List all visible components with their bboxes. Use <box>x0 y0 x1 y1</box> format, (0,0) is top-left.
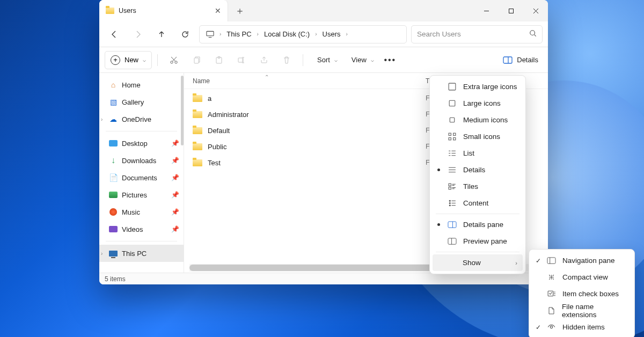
pc-icon[interactable] <box>203 28 217 40</box>
sidebar-item-pictures[interactable]: Pictures📌 <box>99 186 184 203</box>
svg-rect-17 <box>449 100 455 106</box>
menu-medium-icons[interactable]: Medium icons <box>433 112 523 128</box>
delete-button[interactable] <box>276 51 297 69</box>
folder-icon <box>193 143 202 150</box>
music-icon <box>109 208 118 216</box>
show-submenu: ✓Navigation pane Compact view Item check… <box>529 249 635 337</box>
address-bar[interactable]: › This PC › Local Disk (C:) › Users › <box>199 25 407 43</box>
column-name[interactable]: Name <box>189 77 334 85</box>
nav-pane-icon <box>547 257 556 264</box>
pin-icon: 📌 <box>171 140 179 147</box>
svg-rect-4 <box>207 31 214 35</box>
share-button[interactable] <box>253 51 275 69</box>
crumb-local-disk[interactable]: Local Disk (C:) <box>261 28 313 40</box>
view-button[interactable]: View ⌵ <box>343 51 378 69</box>
sort-button[interactable]: Sort ⌵ <box>309 51 342 69</box>
svg-rect-20 <box>453 133 456 135</box>
pin-icon: 📌 <box>171 174 179 181</box>
svg-rect-30 <box>448 238 456 244</box>
menu-navigation-pane[interactable]: ✓Navigation pane <box>532 252 632 269</box>
new-label: New <box>125 56 138 64</box>
status-count: 5 items <box>105 275 126 283</box>
menu-compact-view[interactable]: Compact view <box>532 269 632 285</box>
tab-title: Users <box>119 7 136 14</box>
maximize-button[interactable] <box>499 0 523 21</box>
svg-rect-19 <box>449 133 451 135</box>
copy-button[interactable] <box>186 51 207 69</box>
search-placeholder: Search Users <box>417 30 461 38</box>
tiles-icon <box>448 182 457 191</box>
sidebar-item-downloads[interactable]: ↓Downloads📌 <box>99 152 184 169</box>
sidebar-item-music[interactable]: Music📌 <box>99 203 184 221</box>
sidebar-item-this-pc[interactable]: ›This PC <box>99 245 184 262</box>
menu-list[interactable]: List <box>433 145 523 162</box>
sidebar-item-home[interactable]: ⌂Home <box>99 76 184 93</box>
sidebar-item-documents[interactable]: 📄Documents📌 <box>99 169 184 186</box>
svg-rect-22 <box>453 138 456 140</box>
close-window-button[interactable] <box>523 0 548 21</box>
menu-details[interactable]: Details <box>433 162 523 178</box>
sort-indicator-icon: ⌃ <box>265 74 269 80</box>
chevron-down-icon: ⌵ <box>371 57 374 63</box>
svg-rect-24 <box>449 187 451 189</box>
new-button[interactable]: + New ⌵ <box>105 51 152 69</box>
sm-icons-icon <box>448 132 457 141</box>
sidebar-item-onedrive[interactable]: ›☁OneDrive <box>99 111 184 128</box>
sidebar-item-gallery[interactable]: ▧Gallery <box>99 93 184 111</box>
rename-button[interactable] <box>231 51 252 69</box>
sidebar-item-desktop[interactable]: Desktop📌 <box>99 135 184 152</box>
cut-button[interactable] <box>163 51 185 69</box>
desktop-icon <box>109 139 118 148</box>
svg-rect-14 <box>503 57 512 63</box>
xl-icons-icon <box>448 82 457 91</box>
forward-button[interactable] <box>128 25 148 44</box>
menu-small-icons[interactable]: Small icons <box>433 128 523 145</box>
search-input[interactable]: Search Users <box>411 25 543 43</box>
sidebar-item-videos[interactable]: Videos📌 <box>99 221 184 238</box>
menu-large-icons[interactable]: Large icons <box>433 95 523 112</box>
cloud-icon: ☁ <box>109 115 118 123</box>
menu-hidden-items[interactable]: ✓Hidden items <box>532 319 632 335</box>
view-label: View <box>352 56 367 64</box>
menu-preview-pane[interactable]: Preview pane <box>433 233 523 250</box>
tab-users[interactable]: Users ✕ <box>99 0 228 21</box>
svg-point-25 <box>449 200 451 202</box>
expand-icon[interactable]: › <box>101 251 103 257</box>
menu-details-pane[interactable]: Details pane <box>433 216 523 233</box>
menu-content[interactable]: Content <box>433 195 523 211</box>
menu-extra-large-icons[interactable]: Extra large icons <box>433 78 523 95</box>
compact-icon <box>547 273 556 282</box>
selected-bullet-icon <box>437 223 440 226</box>
svg-rect-18 <box>450 118 455 122</box>
up-button[interactable] <box>152 25 171 44</box>
refresh-button[interactable] <box>175 25 195 44</box>
paste-button[interactable] <box>208 51 230 69</box>
chevron-down-icon: ⌵ <box>143 57 146 63</box>
svg-rect-28 <box>448 222 456 228</box>
crumb-this-pc[interactable]: This PC <box>223 28 254 40</box>
minimize-button[interactable] <box>474 0 499 21</box>
menu-file-extensions[interactable]: File name extensions <box>532 302 632 319</box>
crumb-users[interactable]: Users <box>319 28 344 40</box>
more-button[interactable]: ••• <box>379 51 401 69</box>
preview-pane-icon <box>448 238 457 245</box>
close-tab-button[interactable]: ✕ <box>215 6 221 15</box>
details-icon <box>448 165 457 174</box>
new-tab-button[interactable]: ＋ <box>228 0 252 21</box>
folder-icon <box>193 95 202 102</box>
pin-icon: 📌 <box>171 225 179 233</box>
content-icon <box>448 199 457 208</box>
pc-icon <box>109 249 118 258</box>
details-toggle[interactable]: Details <box>499 51 543 69</box>
menu-item-checkboxes[interactable]: Item check boxes <box>532 285 632 302</box>
home-icon: ⌂ <box>109 80 118 89</box>
back-button[interactable] <box>105 25 124 44</box>
svg-point-35 <box>550 326 552 328</box>
lg-icons-icon <box>448 99 457 108</box>
folder-icon <box>106 8 114 14</box>
menu-show[interactable]: Show› <box>433 254 523 271</box>
chevron-down-icon: ⌵ <box>334 57 338 63</box>
svg-rect-16 <box>449 83 456 90</box>
menu-tiles[interactable]: Tiles <box>433 178 523 195</box>
expand-icon[interactable]: › <box>101 116 103 122</box>
